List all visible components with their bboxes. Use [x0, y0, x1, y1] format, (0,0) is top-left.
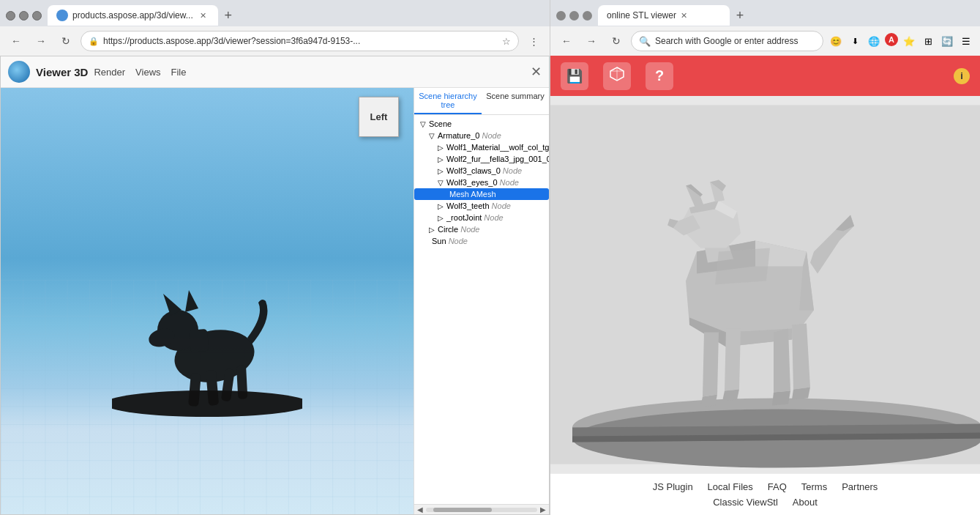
tab-scene-hierarchy[interactable]: Scene hierarchy tree: [414, 88, 482, 114]
tree-item-wolf3-teeth[interactable]: ▷ Wolf3_teeth Node: [414, 200, 549, 212]
footer-link-faq[interactable]: FAQ: [768, 481, 787, 492]
tree-label: Circle: [438, 225, 458, 234]
scroll-track: [426, 508, 537, 512]
footer-link-js-plugin[interactable]: JS Plugin: [653, 481, 693, 492]
right-browser-chrome: online STL viewer ✕ + ← → ↻ 🔍 Search wit…: [550, 0, 980, 56]
svg-marker-41: [772, 391, 790, 406]
app-name: Viewer 3D: [36, 66, 88, 78]
tree-item-mesh-amesh[interactable]: Mesh AMesh: [414, 188, 549, 200]
right-nav-bar: ← → ↻ 🔍 Search with Google or enter addr…: [550, 26, 980, 56]
right-back-button[interactable]: ←: [556, 31, 577, 51]
right-address-bar[interactable]: 🔍 Search with Google or enter address: [631, 31, 823, 51]
right-win-maximize[interactable]: [569, 11, 579, 21]
right-reload-button[interactable]: ↻: [606, 31, 626, 51]
right-nav-icons: 😊 ⬇ 🌐 A ⭐ ⊞ 🔄 ☰: [828, 33, 974, 49]
tree-item-armature[interactable]: ▽ Armature_0 Node: [414, 130, 549, 141]
new-tab-button[interactable]: +: [218, 5, 239, 26]
tree-item-wolf3-eyes[interactable]: ▽ Wolf3_eyes_0 Node: [414, 177, 549, 188]
forward-button[interactable]: →: [31, 31, 51, 51]
right-icon-6[interactable]: ⊞: [920, 33, 936, 49]
scroll-left-arrow[interactable]: ◀: [417, 505, 423, 514]
reload-button[interactable]: ↻: [56, 31, 76, 51]
toolbar-save-button[interactable]: 💾: [561, 62, 588, 90]
active-tab[interactable]: products.aspose.app/3d/view... ✕: [48, 5, 218, 26]
right-tab-close[interactable]: ✕: [681, 11, 687, 21]
svg-marker-6: [185, 290, 198, 312]
toolbar-help-button[interactable]: ?: [646, 62, 673, 90]
tree-item-sun[interactable]: Sun Node: [414, 235, 549, 247]
right-icon-1[interactable]: 😊: [828, 33, 844, 49]
tree-node-type: Node: [490, 201, 511, 210]
3d-viewport[interactable]: Left: [1, 88, 414, 514]
info-icon: i: [960, 70, 963, 81]
footer-link-classic-viewstl[interactable]: Classic ViewStl: [713, 497, 778, 508]
left-browser-chrome: products.aspose.app/3d/view... ✕ + ← → ↻…: [0, 0, 550, 56]
tree-label: Wolf2_fur__fella3_jpg_001_0...: [446, 155, 549, 163]
win-maximize[interactable]: [19, 11, 29, 21]
left-browser: products.aspose.app/3d/view... ✕ + ← → ↻…: [0, 0, 550, 515]
tree-label: Wolf1_Material__wolf_col_tg...: [446, 143, 549, 152]
right-icon-5[interactable]: ⭐: [901, 33, 917, 49]
box-icon: [609, 66, 625, 86]
right-new-tab-button[interactable]: +: [730, 5, 750, 26]
tree-item-circle[interactable]: ▷ Circle Node: [414, 223, 549, 235]
right-icon-7[interactable]: 🔄: [939, 33, 955, 49]
right-browser: online STL viewer ✕ + ← → ↻ 🔍 Search wit…: [550, 0, 980, 515]
tree-item-rootjoint[interactable]: ▷ _rootJoint Node: [414, 212, 549, 223]
tree-arrow: ▷: [438, 144, 444, 152]
win-minimize[interactable]: [6, 11, 15, 21]
tree-node-type: Node: [501, 166, 522, 175]
footer-link-local-files[interactable]: Local Files: [708, 481, 753, 492]
tree-label: Sun: [432, 237, 446, 245]
toolbar-box-button[interactable]: [603, 62, 631, 90]
right-icon-3[interactable]: 🌐: [866, 33, 882, 49]
toolbar-info-button[interactable]: i: [954, 68, 970, 84]
menu-views[interactable]: Views: [135, 67, 160, 78]
right-icon-8[interactable]: ☰: [958, 33, 974, 49]
scene-scrollbar[interactable]: ◀ ▶: [414, 504, 549, 514]
browser-menu-button[interactable]: ⋮: [523, 31, 544, 51]
tree-item-wolf3-claws[interactable]: ▷ Wolf3_claws_0 Node: [414, 165, 549, 177]
address-text: https://products.aspose.app/3d/viewer?se…: [103, 36, 498, 46]
scene-tree: ▽ Scene ▽ Armature_0 Node ▷ Wolf1_Materi…: [414, 115, 549, 504]
right-icon-2[interactable]: ⬇: [847, 33, 863, 49]
tree-arrow: ▷: [429, 226, 435, 234]
tree-label: Wolf3_eyes_0: [446, 178, 498, 187]
right-footer: JS Plugin Local Files FAQ Terms Partners…: [550, 473, 980, 515]
tree-item-wolf1[interactable]: ▷ Wolf1_Material__wolf_col_tg...: [414, 141, 549, 153]
menu-file[interactable]: File: [171, 67, 187, 78]
tab-scene-summary[interactable]: Scene summary: [482, 88, 549, 114]
orientation-cube[interactable]: Left: [359, 97, 399, 137]
footer-link-about[interactable]: About: [793, 497, 818, 508]
app-body: Left Scene hierarchy tree Scene summary …: [1, 88, 549, 514]
tree-node-type: Node: [482, 213, 503, 222]
app-close-button[interactable]: ✕: [531, 64, 542, 80]
footer-link-terms[interactable]: Terms: [801, 481, 827, 492]
tree-item-scene[interactable]: ▽ Scene: [414, 118, 549, 130]
back-button[interactable]: ←: [6, 31, 26, 51]
svg-rect-11: [236, 365, 247, 399]
right-forward-button[interactable]: →: [581, 31, 602, 51]
tree-label: Wolf3_claws_0: [446, 166, 501, 175]
right-active-tab[interactable]: online STL viewer ✕: [598, 5, 730, 26]
right-win-minimize[interactable]: [556, 11, 566, 21]
svg-rect-7: [189, 329, 209, 352]
right-3d-viewport[interactable]: [550, 96, 980, 473]
left-address-bar[interactable]: 🔒 https://products.aspose.app/3d/viewer?…: [81, 31, 519, 51]
svg-marker-36: [703, 333, 719, 397]
tree-node-type: Node: [446, 237, 468, 245]
tab-close-button[interactable]: ✕: [198, 10, 209, 21]
menu-render[interactable]: Render: [94, 67, 125, 78]
right-win-restore[interactable]: [583, 11, 592, 21]
tree-label: Mesh AMesh: [449, 190, 496, 199]
save-icon: 💾: [566, 68, 583, 84]
footer-link-partners[interactable]: Partners: [842, 481, 878, 492]
right-tab-title: online STL viewer: [607, 10, 676, 21]
scroll-right-arrow[interactable]: ▶: [540, 505, 546, 514]
win-restore[interactable]: [32, 11, 42, 21]
right-toolbar: 💾 ? i: [550, 56, 980, 96]
right-icon-4[interactable]: A: [885, 33, 898, 46]
tree-node-type: Node: [479, 131, 501, 140]
tree-item-wolf2[interactable]: ▷ Wolf2_fur__fella3_jpg_001_0...: [414, 153, 549, 165]
bookmark-icon[interactable]: ☆: [502, 36, 511, 47]
